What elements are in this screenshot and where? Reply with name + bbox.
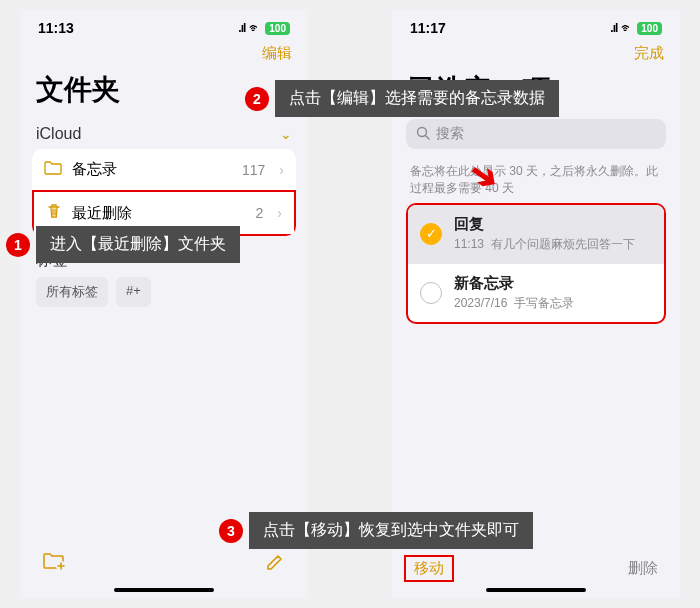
step-badge: 2 — [245, 87, 269, 111]
icloud-section[interactable]: iCloud ⌄ — [20, 119, 308, 149]
checkbox-checked-icon[interactable]: ✓ — [420, 223, 442, 245]
annotation-1: 1 进入【最近删除】文件夹 — [6, 226, 240, 263]
chevron-right-icon: › — [277, 205, 282, 221]
chevron-down-icon: ⌄ — [280, 126, 292, 142]
chip-hash[interactable]: #+ — [116, 277, 151, 307]
done-button[interactable]: 完成 — [392, 40, 680, 71]
wifi-icon: ᯤ — [621, 21, 633, 35]
clock: 11:17 — [410, 20, 446, 36]
battery-icon: 100 — [265, 22, 290, 35]
svg-point-2 — [418, 127, 427, 136]
chevron-right-icon: › — [279, 162, 284, 178]
folder-name: 备忘录 — [72, 160, 117, 179]
signal-icon: .ıl — [238, 21, 245, 35]
trash-icon — [46, 203, 62, 223]
wifi-icon: ᯤ — [249, 21, 261, 35]
search-icon — [416, 126, 430, 143]
checkbox-unchecked-icon[interactable] — [420, 282, 442, 304]
signal-icon: .ıl — [610, 21, 617, 35]
delete-button[interactable]: 删除 — [628, 559, 658, 578]
folder-count: 117 — [242, 162, 265, 178]
home-indicator — [486, 588, 586, 592]
folder-icon — [44, 161, 62, 179]
annotation-2: 2 点击【编辑】选择需要的备忘录数据 — [245, 80, 559, 117]
battery-icon: 100 — [637, 22, 662, 35]
icloud-label: iCloud — [36, 125, 81, 143]
compose-icon[interactable] — [264, 551, 286, 578]
folder-count: 2 — [256, 205, 264, 221]
note-title: 回复 — [454, 215, 635, 234]
retention-info: 备忘将在此处显示 30 天，之后将永久删除。此过程最多需要 40 天 — [392, 157, 680, 203]
note-subtitle: 2023/7/16 手写备忘录 — [454, 295, 574, 312]
tag-chips: 所有标签 #+ — [20, 277, 308, 323]
folder-row-notes[interactable]: 备忘录 117 › — [32, 149, 296, 190]
annotation-text: 进入【最近删除】文件夹 — [36, 226, 240, 263]
note-list: ✓ 回复 11:13 有几个问题麻烦先回答一下 新备忘录 2023/7/16 手… — [406, 203, 666, 324]
note-subtitle: 11:13 有几个问题麻烦先回答一下 — [454, 236, 635, 253]
clock: 11:13 — [38, 20, 74, 36]
search-input[interactable]: 搜索 — [406, 119, 666, 149]
new-folder-icon[interactable] — [42, 551, 66, 578]
folder-name: 最近删除 — [72, 204, 132, 223]
note-row-selected[interactable]: ✓ 回复 11:13 有几个问题麻烦先回答一下 — [408, 205, 664, 263]
annotation-text: 点击【移动】恢复到选中文件夹即可 — [249, 512, 533, 549]
folder-list: 备忘录 117 › 最近删除 2 › — [32, 149, 296, 236]
step-badge: 3 — [219, 519, 243, 543]
note-title: 新备忘录 — [454, 274, 574, 293]
home-indicator — [114, 588, 214, 592]
note-row[interactable]: 新备忘录 2023/7/16 手写备忘录 — [408, 263, 664, 322]
annotation-3: 3 点击【移动】恢复到选中文件夹即可 — [219, 512, 533, 549]
edit-button[interactable]: 编辑 — [20, 40, 308, 71]
status-bar: 11:13 .ıl ᯤ 100 — [20, 10, 308, 40]
status-bar: 11:17 .ıl ᯤ 100 — [392, 10, 680, 40]
chip-all-tags[interactable]: 所有标签 — [36, 277, 108, 307]
search-placeholder: 搜索 — [436, 125, 464, 143]
move-button[interactable]: 移动 — [404, 555, 454, 582]
annotation-text: 点击【编辑】选择需要的备忘录数据 — [275, 80, 559, 117]
step-badge: 1 — [6, 233, 30, 257]
